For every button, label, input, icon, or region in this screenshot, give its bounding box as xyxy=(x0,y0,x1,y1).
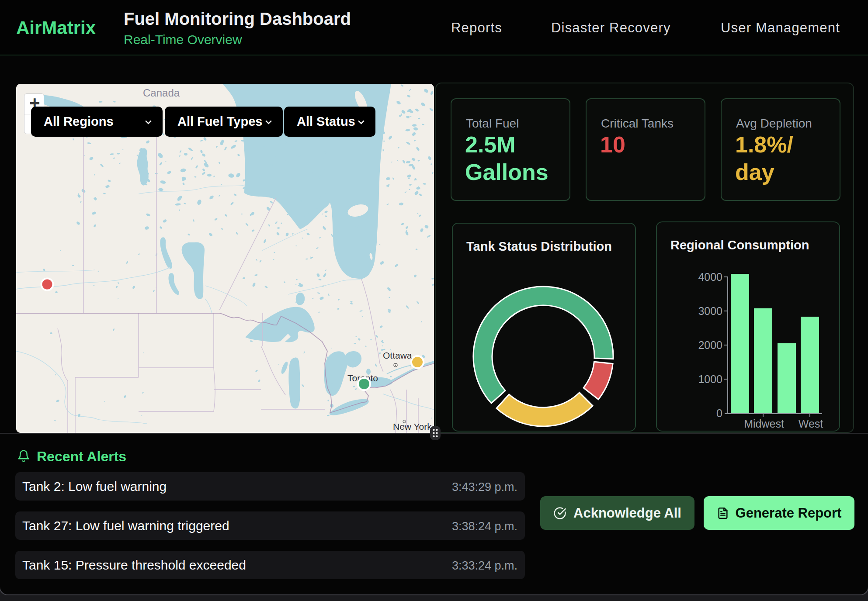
svg-text:2000: 2000 xyxy=(698,339,722,351)
svg-text:1000: 1000 xyxy=(698,373,722,385)
svg-text:Ottawa: Ottawa xyxy=(383,350,412,360)
svg-text:New York: New York xyxy=(393,421,432,432)
svg-text:4000: 4000 xyxy=(698,271,722,283)
svg-text:Canada: Canada xyxy=(143,87,180,99)
svg-text:0: 0 xyxy=(716,407,722,419)
svg-text:3000: 3000 xyxy=(698,305,722,317)
svg-text:West: West xyxy=(799,418,823,430)
svg-text:Midwest: Midwest xyxy=(744,418,784,430)
